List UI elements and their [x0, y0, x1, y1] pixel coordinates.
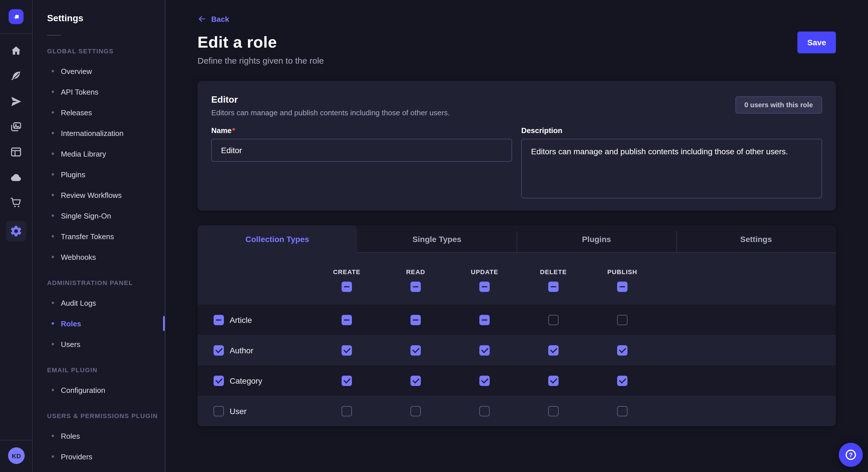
- tab-plugins[interactable]: Plugins: [517, 225, 676, 253]
- home-icon[interactable]: [9, 44, 23, 58]
- bullet-icon: [52, 70, 54, 72]
- bullet-icon: [52, 111, 54, 113]
- column-label: DELETE: [540, 268, 567, 275]
- permission-cell: [312, 406, 381, 416]
- users-with-role-badge[interactable]: 0 users with this role: [735, 96, 822, 113]
- role-details-card: Editor Editors can manage and publish co…: [197, 81, 836, 210]
- article-delete-checkbox[interactable]: [548, 314, 559, 325]
- sidebar-item-label: Single Sign-On: [61, 211, 111, 220]
- feather-icon[interactable]: [9, 69, 23, 83]
- user-publish-checkbox[interactable]: [617, 406, 627, 416]
- article-read-checkbox[interactable]: [410, 314, 421, 325]
- user-delete-checkbox[interactable]: [548, 406, 559, 416]
- select-all-delete-checkbox[interactable]: [548, 281, 559, 292]
- bullet-icon: [52, 173, 54, 175]
- sidebar-item-up-roles[interactable]: Roles: [47, 426, 165, 446]
- bullet-icon: [52, 194, 54, 196]
- tab-settings[interactable]: Settings: [676, 225, 836, 253]
- sidebar-item-global-media-library[interactable]: Media Library: [47, 143, 165, 164]
- category-update-checkbox[interactable]: [479, 375, 490, 386]
- strapi-logo[interactable]: [9, 9, 24, 24]
- author-read-checkbox[interactable]: [410, 345, 421, 355]
- sidebar-item-global-releases[interactable]: Releases: [47, 102, 165, 123]
- select-all-publish-checkbox[interactable]: [617, 281, 627, 292]
- row-user-select-checkbox[interactable]: [214, 406, 224, 416]
- select-all-create-checkbox[interactable]: [342, 281, 352, 292]
- settings-gear-icon[interactable]: [6, 221, 26, 241]
- user-update-checkbox[interactable]: [479, 406, 490, 416]
- sidebar-item-admin-users[interactable]: Users: [47, 334, 165, 355]
- select-all-update-checkbox[interactable]: [479, 281, 490, 292]
- sidebar-item-email-configuration[interactable]: Configuration: [47, 380, 165, 400]
- sidebar-item-global-internationalization[interactable]: Internationalization: [47, 123, 165, 143]
- sidebar-item-label: Media Library: [61, 149, 106, 158]
- sidebar-item-global-overview[interactable]: Overview: [47, 61, 165, 81]
- sidebar-item-global-single-sign-on[interactable]: Single Sign-On: [47, 205, 165, 226]
- sidebar-item-label: Internationalization: [61, 129, 123, 137]
- description-textarea[interactable]: Editors can manage and publish contents …: [521, 139, 822, 198]
- bullet-icon: [52, 153, 54, 155]
- author-update-checkbox[interactable]: [479, 345, 490, 355]
- permissions-card: Collection TypesSingle TypesPluginsSetti…: [197, 225, 836, 426]
- permission-cell: [450, 345, 519, 355]
- back-label: Back: [211, 14, 229, 23]
- sidebar-item-global-transfer-tokens[interactable]: Transfer Tokens: [47, 226, 165, 247]
- back-link[interactable]: Back: [197, 14, 229, 24]
- row-label: User: [229, 406, 247, 415]
- icon-rail: KD: [0, 0, 33, 472]
- sidebar-item-label: Releases: [61, 108, 92, 117]
- permission-cell: [588, 345, 657, 355]
- tab-collection-types[interactable]: Collection Types: [197, 225, 357, 253]
- tab-single-types[interactable]: Single Types: [357, 225, 517, 253]
- row-author-select-checkbox[interactable]: [214, 345, 224, 355]
- author-publish-checkbox[interactable]: [617, 345, 627, 355]
- sidebar-item-label: Review Workflows: [61, 191, 122, 199]
- avatar[interactable]: KD: [8, 447, 25, 464]
- category-create-checkbox[interactable]: [342, 375, 352, 386]
- sidebar-item-global-plugins[interactable]: Plugins: [47, 164, 165, 185]
- page-subtitle: Define the rights given to the role: [197, 56, 836, 65]
- name-input[interactable]: [211, 139, 512, 162]
- sidebar-item-global-api-tokens[interactable]: API Tokens: [47, 81, 165, 102]
- sidebar-item-global-webhooks[interactable]: Webhooks: [47, 247, 165, 267]
- main-content: Back Edit a role Define the rights given…: [165, 0, 868, 472]
- row-article-select-checkbox[interactable]: [214, 314, 224, 325]
- permission-cell: [450, 314, 519, 325]
- send-icon[interactable]: [9, 95, 23, 108]
- select-all-read-checkbox[interactable]: [410, 281, 421, 292]
- required-asterisk: *: [232, 126, 235, 135]
- description-field-group: Description Editors can manage and publi…: [521, 126, 822, 201]
- author-delete-checkbox[interactable]: [548, 345, 559, 355]
- sidebar-item-admin-roles[interactable]: Roles: [47, 313, 165, 334]
- category-read-checkbox[interactable]: [410, 375, 421, 386]
- bullet-icon: [52, 435, 54, 437]
- category-delete-checkbox[interactable]: [548, 375, 559, 386]
- author-create-checkbox[interactable]: [342, 345, 352, 355]
- cart-icon[interactable]: [9, 196, 23, 209]
- media-images-icon[interactable]: [9, 120, 23, 134]
- sidebar-section-global: GLOBAL SETTINGS: [47, 47, 165, 55]
- cloud-icon[interactable]: [9, 170, 23, 184]
- description-label: Description: [521, 126, 822, 135]
- sidebar-item-admin-audit-logs[interactable]: Audit Logs: [47, 293, 165, 313]
- sidebar-item-global-review-workflows[interactable]: Review Workflows: [47, 185, 165, 205]
- bullet-icon: [52, 91, 54, 93]
- article-create-checkbox[interactable]: [342, 314, 352, 325]
- user-create-checkbox[interactable]: [342, 406, 352, 416]
- permission-cell: [381, 406, 450, 416]
- save-button[interactable]: Save: [798, 32, 836, 53]
- permission-cell: [381, 314, 450, 325]
- category-publish-checkbox[interactable]: [617, 375, 627, 386]
- article-update-checkbox[interactable]: [479, 314, 490, 325]
- permission-cell: [588, 314, 657, 325]
- user-read-checkbox[interactable]: [410, 406, 421, 416]
- row-category-select-checkbox[interactable]: [214, 375, 224, 386]
- sidebar-item-up-providers[interactable]: Providers: [47, 446, 165, 467]
- permission-cell: [519, 345, 588, 355]
- help-button[interactable]: ?: [839, 443, 863, 467]
- bullet-icon: [52, 343, 54, 345]
- article-publish-checkbox[interactable]: [617, 314, 627, 325]
- sidebar-item-label: Plugins: [61, 170, 85, 179]
- permission-cell: [312, 314, 381, 325]
- layout-icon[interactable]: [9, 145, 23, 159]
